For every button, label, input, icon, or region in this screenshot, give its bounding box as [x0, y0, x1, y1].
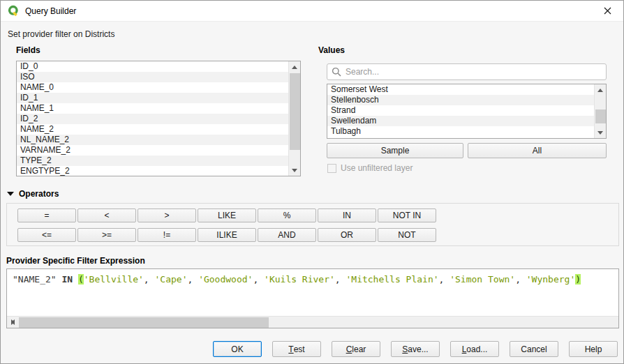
fields-scroll-thumb[interactable] [290, 73, 300, 150]
scroll-up-icon[interactable] [289, 61, 300, 73]
field-item[interactable]: ID_1 [17, 93, 288, 103]
field-item[interactable]: ENGTYPE_2 [17, 166, 288, 176]
field-item[interactable]: NAME_0 [17, 82, 288, 93]
test-button[interactable]: Test [272, 341, 321, 357]
fields-scrollbar[interactable] [288, 61, 300, 176]
operator-button[interactable]: > [138, 208, 196, 222]
chevron-down-icon [7, 192, 14, 196]
filter-expression-text[interactable]: "NAME_2" IN ('Bellville', 'Cape', 'Goodw… [13, 274, 616, 285]
fields-list: ID_0ISONAME_0ID_1NAME_1ID_2NAME_2NL_NAME… [16, 61, 301, 176]
values-scrollbar[interactable] [594, 84, 606, 138]
use-unfiltered-label: Use unfiltered layer [341, 163, 413, 173]
qgis-logo-icon [8, 5, 20, 17]
query-builder-dialog: Query Builder Set provider filter on Dis… [0, 0, 624, 364]
operator-button[interactable]: IN [318, 208, 376, 222]
operators-row-2: <=>=!=ILIKEANDORNOT [17, 228, 436, 242]
window-title: Query Builder [25, 6, 76, 16]
scroll-right-icon[interactable] [7, 317, 18, 328]
value-item[interactable]: Strand [327, 105, 594, 116]
help-button[interactable]: Help [569, 341, 618, 357]
field-item[interactable]: VARNAME_2 [17, 145, 288, 156]
operator-button[interactable]: LIKE [198, 208, 256, 222]
operator-button[interactable]: <= [17, 228, 76, 242]
sample-button[interactable]: Sample [327, 143, 463, 158]
operators-frame: =<>LIKE%INNOT IN <=>=!=ILIKEANDORNOT [6, 203, 619, 246]
operator-button[interactable]: ILIKE [198, 228, 256, 242]
value-item[interactable]: Tulbagh [327, 126, 594, 137]
scroll-down-icon[interactable] [289, 165, 300, 176]
field-item[interactable]: NAME_1 [17, 103, 288, 114]
dialog-subtitle: Set provider filter on Districts [8, 29, 114, 39]
operator-button[interactable]: NOT [378, 228, 436, 242]
value-item[interactable]: Stellenbosch [327, 95, 594, 105]
fields-label: Fields [16, 45, 40, 55]
field-item[interactable]: TYPE_2 [17, 156, 288, 166]
clear-button[interactable]: Clear [332, 341, 380, 357]
field-item[interactable]: NAME_2 [17, 124, 288, 135]
field-item[interactable]: ID_2 [17, 114, 288, 124]
use-unfiltered-checkbox [327, 164, 336, 173]
value-item[interactable]: Somerset West [327, 84, 594, 95]
fields-rows: ID_0ISONAME_0ID_1NAME_1ID_2NAME_2NL_NAME… [17, 61, 288, 176]
operators-expander[interactable]: Operators [7, 189, 59, 199]
field-item[interactable]: ID_0 [17, 61, 288, 72]
dialog-button-box: OKTestClearSave...Load...CancelHelp [213, 341, 618, 357]
all-button[interactable]: All [468, 143, 607, 158]
operator-button[interactable]: OR [318, 228, 376, 242]
search-icon [332, 67, 341, 77]
field-item[interactable]: NL_NAME_2 [17, 135, 288, 145]
operator-button[interactable]: >= [77, 228, 136, 242]
load-button[interactable]: Load... [450, 341, 499, 357]
operator-button[interactable]: = [17, 208, 76, 222]
operator-button[interactable]: != [138, 228, 196, 242]
expression-hscrollbar[interactable] [7, 316, 618, 328]
search-input[interactable] [327, 63, 607, 80]
ok-button[interactable]: OK [213, 341, 262, 357]
values-scroll-thumb[interactable] [595, 109, 606, 123]
use-unfiltered-row: Use unfiltered layer [327, 163, 413, 173]
field-item[interactable]: ISO [17, 72, 288, 82]
cancel-button[interactable]: Cancel [510, 341, 558, 357]
operator-button[interactable]: AND [258, 228, 316, 242]
values-search [327, 63, 607, 80]
operator-button[interactable]: < [77, 208, 136, 222]
values-list: Somerset WestStellenboschStrandSwellenda… [327, 84, 607, 139]
close-button[interactable] [592, 1, 623, 21]
filter-expression-editor[interactable]: "NAME_2" IN ('Bellville', 'Cape', 'Goodw… [6, 268, 619, 328]
operator-button[interactable]: % [258, 208, 316, 222]
save-button[interactable]: Save... [391, 341, 440, 357]
values-label: Values [318, 45, 345, 55]
scroll-down-icon[interactable] [595, 127, 606, 138]
close-icon [604, 7, 611, 15]
operator-button[interactable]: NOT IN [378, 208, 436, 222]
values-rows: Somerset WestStellenboschStrandSwellenda… [327, 84, 594, 138]
expression-scroll-thumb[interactable] [19, 317, 269, 328]
titlebar: Query Builder [1, 1, 623, 22]
scroll-up-icon[interactable] [595, 84, 606, 96]
operators-row-1: =<>LIKE%INNOT IN [17, 208, 436, 222]
operators-label: Operators [19, 189, 59, 199]
value-item[interactable]: Swellendam [327, 116, 594, 126]
expression-label: Provider Specific Filter Expression [6, 256, 145, 266]
